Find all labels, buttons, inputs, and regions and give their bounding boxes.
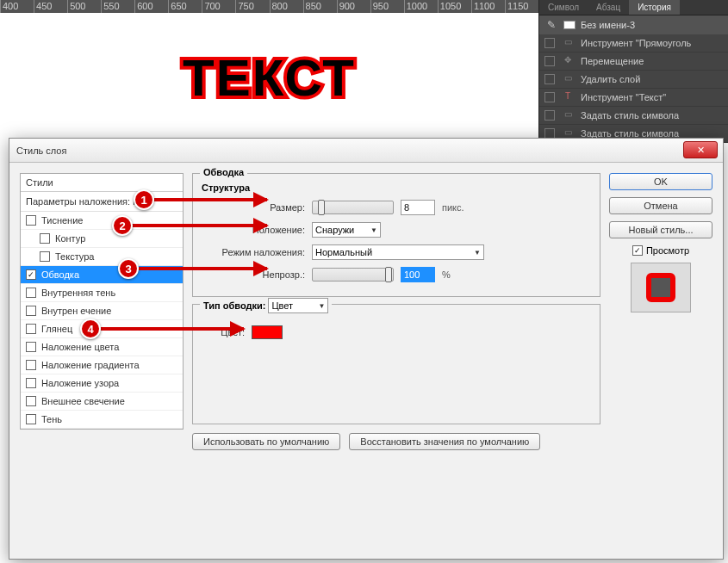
checkbox[interactable] [26,396,36,406]
annotation-arrow [136,267,267,270]
rectangle-icon: ▭ [562,37,574,49]
style-item-inner-glow[interactable]: Внутрен ечение [21,302,183,320]
checkbox[interactable] [40,233,50,244]
history-item[interactable]: ✥Перемещение [539,53,728,71]
tab-history[interactable]: История [629,0,680,15]
checkbox[interactable] [26,306,36,316]
size-slider[interactable] [312,201,394,214]
preview-thumbnail [631,263,691,312]
opacity-input[interactable] [401,267,435,282]
tab-paragraph[interactable]: Абзац [588,0,629,15]
close-button[interactable]: ✕ [683,141,718,158]
dialog-title: Стиль слоя [16,145,66,156]
history-item[interactable]: ▭Удалить слой [539,71,728,89]
checkbox[interactable] [26,342,36,352]
new-style-button[interactable]: Новый стиль... [609,221,712,238]
checkbox[interactable] [40,251,50,262]
checkbox[interactable] [26,288,36,298]
style-item-drop-shadow[interactable]: Тень [21,411,183,429]
history-item[interactable]: TИнструмент "Текст" [539,89,728,107]
text-tool-icon: T [562,91,574,103]
style-item-outer-glow[interactable]: Внешнее свечение [21,393,183,411]
annotation-badge-1: 1 [134,189,154,210]
tab-symbol[interactable]: Символ [539,0,588,15]
ok-button[interactable]: OK [609,173,712,190]
fieldset-legend: Тип обводки: Цвет▼ [200,298,332,313]
brush-icon: ✎ [544,18,558,32]
horizontal-ruler: 4004505005506006507007508008509009501000… [0,0,538,13]
reset-default-button[interactable]: Восстановить значения по умолчанию [349,433,540,450]
stroke-type-fieldset: Тип обводки: Цвет▼ Цвет: [192,304,600,424]
preview-checkbox[interactable] [632,245,643,256]
annotation-arrow [97,327,244,331]
style-item-inner-shadow[interactable]: Внутренняя тень [21,284,183,302]
blend-mode-label: Режим наложения: [202,247,305,257]
color-swatch[interactable] [252,325,283,339]
cancel-button[interactable]: Отмена [609,197,712,214]
document-canvas[interactable]: ТЕКСТ [0,13,538,142]
styles-header: Стили [21,174,183,192]
blend-options-row[interactable]: Параметры наложения: п [21,192,183,212]
use-default-button[interactable]: Использовать по умолчанию [192,433,340,450]
style-item-texture[interactable]: Текстура [21,248,183,266]
preview-label: Просмотр [646,245,689,256]
style-item-contour[interactable]: Контур [21,230,183,248]
annotation-badge-3: 3 [118,258,139,279]
history-item[interactable]: ▭Инструмент "Прямоуголь [539,34,728,53]
opacity-unit: % [442,269,451,280]
history-list: ▭Инструмент "Прямоуголь ✥Перемещение ▭Уд… [539,34,728,143]
position-select[interactable]: Снаружи▼ [312,222,381,238]
checkbox[interactable] [26,378,36,388]
chevron-down-icon: ▼ [319,302,326,310]
opacity-slider[interactable] [312,268,394,282]
annotation-badge-2: 2 [112,215,133,236]
annotation-arrow [129,224,267,227]
dialog-titlebar[interactable]: Стиль слоя ✕ [9,139,723,163]
sample-text: ТЕКСТ [183,48,356,108]
history-item[interactable]: ▭Задать стиль символа [539,107,728,125]
stroke-type-select[interactable]: Цвет▼ [268,298,328,313]
delete-icon: ▭ [562,73,574,85]
style-item-pattern-overlay[interactable]: Наложение узора [21,374,183,393]
checkbox[interactable] [26,269,36,280]
style-item-gradient-overlay[interactable]: Наложение градиента [21,356,183,374]
fieldset-legend: Обводка [200,167,247,177]
layer-style-dialog: Стиль слоя ✕ Стили Параметры наложения: … [9,138,724,560]
size-unit: пикс. [442,202,464,213]
size-input[interactable] [401,200,435,215]
annotation-arrow [151,198,267,201]
checkbox[interactable] [26,360,36,370]
style-item-color-overlay[interactable]: Наложение цвета [21,338,183,356]
checkbox[interactable] [26,324,36,334]
blend-mode-select[interactable]: Нормальный▼ [312,244,484,260]
chevron-down-icon: ▼ [370,226,377,234]
text-style-icon: ▭ [562,109,574,121]
checkbox[interactable] [26,215,36,226]
chevron-down-icon: ▼ [474,249,481,257]
document-name-row: ✎ Без имени-3 [539,15,728,34]
color-swatch [563,21,576,29]
move-icon: ✥ [562,55,574,67]
checkbox[interactable] [26,414,36,424]
annotation-badge-4: 4 [80,319,101,339]
